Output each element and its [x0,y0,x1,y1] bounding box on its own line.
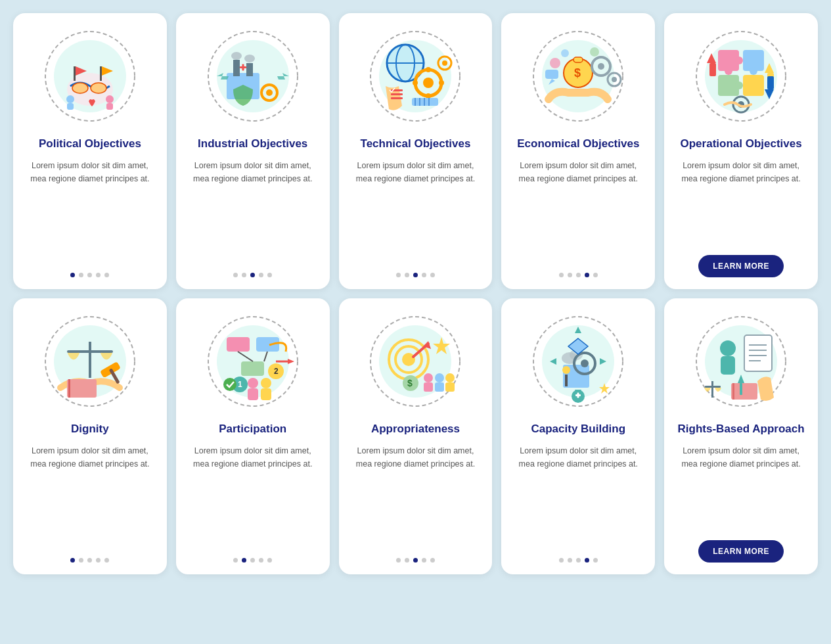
svg-point-56 [561,49,569,57]
participation-title: Participation [219,422,286,436]
dignity-icon [37,309,143,414]
dot-4 [422,273,426,277]
dot-5 [430,558,435,563]
svg-rect-73 [709,63,716,76]
political-body: Lorem ipsum dolor sit dim amet, mea regi… [25,159,155,264]
svg-rect-148 [731,383,757,400]
dot-4 [96,558,101,563]
svg-marker-102 [288,359,294,364]
svg-point-97 [248,378,258,388]
svg-rect-23 [242,64,244,71]
svg-point-132 [562,366,570,374]
technical-title: Technical Objectives [361,137,471,151]
svg-point-115 [435,373,444,382]
svg-rect-116 [435,382,444,392]
svg-point-19 [244,55,255,62]
dot-5 [267,273,272,277]
dot-4 [96,273,101,277]
svg-text:1: 1 [238,380,242,389]
svg-rect-90 [241,361,264,376]
dot-4 [585,558,589,563]
industrial-icon [200,24,305,129]
dignity-title: Dignity [71,422,109,436]
card-capacity-building: Capacity Building Lorem ipsum dolor sit … [501,298,655,574]
dot-5 [593,273,598,277]
rights-learn-more-button[interactable]: LEARN MORE [698,540,784,563]
svg-point-9 [66,95,74,103]
dot-3 [576,273,581,277]
svg-point-67 [735,81,743,89]
svg-rect-139 [744,335,772,371]
svg-rect-89 [256,337,279,352]
svg-point-144 [720,340,736,356]
dot-2 [242,558,246,563]
svg-rect-39 [412,98,438,106]
capacity-body: Lorem ipsum dolor sit dim amet, mea regi… [513,444,643,549]
dot-1 [559,558,564,563]
political-dots [70,273,109,277]
svg-rect-38 [391,97,403,99]
capacity-dots [559,558,598,563]
dot-1 [559,273,564,277]
svg-point-55 [550,58,560,68]
dot-2 [79,273,83,277]
svg-rect-80 [89,342,91,378]
svg-point-34 [413,80,418,85]
dignity-body: Lorem ipsum dolor sit dim amet, mea regi… [25,444,155,549]
industrial-body: Lorem ipsum dolor sit dim amet, mea regi… [188,159,318,264]
participation-icon: 2 1 [200,309,305,414]
dot-1 [233,273,238,277]
svg-rect-17 [246,63,253,76]
dot-4 [585,273,589,277]
svg-rect-81 [67,350,113,353]
svg-rect-88 [227,337,250,352]
capacity-icon [526,309,631,414]
svg-rect-50 [573,57,583,62]
svg-rect-10 [67,103,74,110]
svg-point-31 [423,78,434,88]
svg-rect-147 [705,386,721,388]
svg-point-18 [231,52,242,60]
operational-icon [688,24,794,129]
dot-4 [422,558,426,563]
svg-point-21 [266,89,273,96]
dot-3 [87,558,92,563]
economical-icon: $ [526,24,631,129]
svg-rect-98 [248,388,258,400]
dot-2 [405,273,409,277]
svg-point-8 [91,83,106,93]
svg-rect-146 [711,381,713,398]
economical-body: Lorem ipsum dolor sit dim amet, mea regi… [513,159,643,264]
dot-1 [396,558,401,563]
svg-rect-75 [767,76,774,89]
svg-point-113 [424,373,433,382]
svg-rect-37 [391,93,403,95]
svg-point-7 [72,83,88,93]
svg-rect-100 [261,388,271,400]
dot-2 [405,558,409,563]
svg-point-107 [402,353,415,366]
card-grid: Political Objectives Lorem ipsum dolor s… [13,13,818,574]
dot-3 [250,558,255,563]
technical-body: Lorem ipsum dolor sit dim amet, mea regi… [351,159,481,264]
political-icon [37,24,143,129]
svg-text:$: $ [574,66,581,80]
rights-title: Rights-Based Approach [678,422,805,436]
dot-4 [259,273,263,277]
card-political-objectives: Political Objectives Lorem ipsum dolor s… [13,13,167,289]
card-appropriateness: $ Appropriateness Lorem ipsum dolor sit … [339,298,493,574]
economical-title: Economical Objectives [517,137,639,151]
dot-2 [242,273,246,277]
svg-text:2: 2 [274,367,279,376]
rights-body: Lorem ipsum dolor sit dim amet, mea regi… [676,444,806,531]
technical-icon [363,24,468,129]
card-industrial-objectives: Industrial Objectives Lorem ipsum dolor … [176,13,330,289]
svg-rect-5 [100,66,102,81]
svg-rect-114 [424,382,433,392]
svg-point-52 [598,63,604,70]
appropriateness-icon: $ [363,309,468,414]
dot-2 [79,558,83,563]
operational-learn-more-button[interactable]: LEARN MORE [698,255,784,277]
rights-icon [688,309,794,414]
dot-3 [413,558,418,563]
